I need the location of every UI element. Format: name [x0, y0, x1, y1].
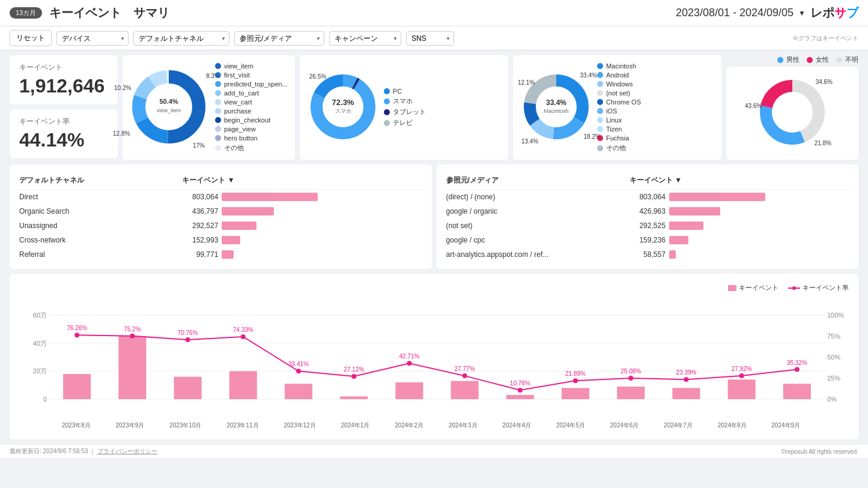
- channel-value: 99,771: [180, 247, 424, 262]
- sns-select[interactable]: SNS: [406, 31, 454, 46]
- bar-8: [506, 395, 534, 399]
- x-axis-label: 2024年7月: [664, 421, 693, 430]
- legend-female: 女性: [807, 55, 829, 64]
- channel-bar: [222, 207, 273, 215]
- channel-value: 436,797: [180, 204, 424, 218]
- svg-text:21.89%: 21.89%: [565, 370, 586, 377]
- legend-dot-windows: [597, 81, 603, 87]
- svg-text:75%: 75%: [827, 333, 840, 340]
- legend-first-visit: first_visit: [215, 71, 288, 79]
- donut4-label-218: 21.8%: [815, 140, 831, 146]
- table-row: (direct) / (none) 803,064: [444, 190, 852, 205]
- legend-not-set: (not set): [597, 89, 641, 97]
- line-dot-4: [296, 369, 301, 373]
- legend-add-cart: add_to_cart: [215, 89, 288, 97]
- legend-linux: Linux: [597, 116, 641, 124]
- donut1-card: 50.4% view_item 8.3% 10.2% 12.8% 17% vie…: [123, 55, 295, 160]
- legend-dot-android: [597, 72, 603, 78]
- x-axis-label: 2023年9月: [115, 421, 144, 430]
- svg-text:10.78%: 10.78%: [510, 380, 530, 387]
- kpi-rate-value: 44.14%: [19, 129, 108, 151]
- legend-purchase: purchase: [215, 107, 288, 115]
- donut1-chart: 50.4% view_item 8.3% 10.2% 12.8% 17%: [130, 68, 208, 148]
- page-title: キーイベント サマリ: [49, 5, 169, 21]
- bottom-chart-svg-container: 020万40万60万0%25%50%75%100%76.26%75.2%70.7…: [19, 297, 849, 430]
- device-select-wrap: デバイス: [56, 31, 129, 46]
- media-table: 参照元/メディア キーイベント ▼ (direct) / (none) 803,…: [444, 172, 852, 262]
- bar-11: [672, 388, 700, 399]
- svg-text:view_item: view_item: [157, 107, 181, 113]
- line-dot-13: [795, 367, 800, 372]
- x-axis-label: 2023年8月: [62, 421, 91, 430]
- donut3-label-182: 18.2%: [584, 133, 601, 140]
- table-row: google / organic 426,963: [444, 204, 852, 218]
- legend-dot-linux: [597, 117, 603, 123]
- svg-text:33.4%: 33.4%: [546, 98, 566, 107]
- svg-text:0%: 0%: [827, 396, 837, 403]
- legend-dot-begin-checkout: [215, 117, 221, 123]
- channel-select[interactable]: デフォルトチャネル: [133, 31, 229, 46]
- table-row: art-analytics.appspot.com / ref... 58,55…: [444, 247, 852, 262]
- header-right: 2023/08/01 - 2024/09/05 ▼ レポサブ: [676, 5, 858, 21]
- line-dot-0: [74, 333, 79, 337]
- donut1-label-8: 8.3%: [206, 73, 220, 79]
- media-bar: [669, 236, 688, 244]
- svg-text:50%: 50%: [827, 354, 840, 361]
- legend-chromeos: Chrome OS: [597, 98, 641, 106]
- legend-dot-view-item: [215, 63, 221, 69]
- legend-hero-button: hero button: [215, 134, 288, 142]
- media-name: (not set): [444, 218, 627, 233]
- svg-text:35.32%: 35.32%: [787, 360, 807, 366]
- svg-text:76.26%: 76.26%: [67, 325, 87, 331]
- donut1-label-12: 12.8%: [113, 130, 130, 137]
- donut2-card: 72.3% スマホ 26.5% PC スマホ タブレット: [300, 55, 508, 160]
- date-dropdown-icon[interactable]: ▼: [798, 9, 806, 17]
- legend-android: Android: [597, 71, 641, 79]
- legend-view-item: view_item: [215, 62, 288, 70]
- legend-dot-add-cart: [215, 90, 221, 96]
- privacy-link[interactable]: プライバシーポリシー: [97, 448, 157, 454]
- footer: 最終更新日: 2024/9/6 7:56:53 ｜ プライバシーポリシー ©re…: [0, 444, 868, 458]
- line-dot-11: [684, 377, 688, 382]
- svg-text:100%: 100%: [827, 312, 844, 319]
- refmedia-select[interactable]: 参照元/メディア: [234, 31, 324, 46]
- bar-0: [63, 374, 91, 399]
- svg-text:70.76%: 70.76%: [178, 330, 198, 336]
- x-axis-label: 2024年1月: [341, 421, 370, 430]
- bar-1: [118, 336, 146, 399]
- main-content: キーイベント 1,912,646 キーイベント率 44.14%: [0, 50, 868, 444]
- channel-bar: [222, 193, 318, 201]
- legend-tv: テレビ: [384, 118, 426, 127]
- x-axis-label: 2024年9月: [771, 421, 800, 430]
- sns-select-wrap: SNS: [406, 31, 454, 46]
- legend-os-other: その他: [597, 143, 641, 152]
- legend-windows: Windows: [597, 80, 641, 88]
- kpi-cards: キーイベント 1,912,646 キーイベント率 44.14%: [10, 55, 118, 160]
- legend-dot-hero-button: [215, 135, 221, 141]
- svg-text:0: 0: [43, 396, 47, 403]
- bar-5: [340, 396, 368, 399]
- donut3-label-134: 13.4%: [521, 138, 538, 145]
- line-dot-6: [407, 361, 411, 366]
- channel-bar: [222, 250, 233, 259]
- x-axis-label: 2023年11月: [226, 421, 258, 430]
- svg-text:33.41%: 33.41%: [288, 361, 309, 367]
- legend-dot-female: [807, 57, 813, 63]
- x-axis-label: 2023年10月: [169, 421, 201, 430]
- line-dot-5: [351, 374, 356, 379]
- reset-button[interactable]: リセット: [10, 30, 52, 46]
- svg-text:72.3%: 72.3%: [332, 98, 354, 107]
- top-row: キーイベント 1,912,646 キーイベント率 44.14%: [10, 55, 858, 160]
- campaign-select[interactable]: キャンペーン: [329, 31, 401, 46]
- table-row: Unassigned 292,527: [17, 218, 425, 233]
- legend-dot-male: [777, 57, 783, 63]
- device-select[interactable]: デバイス: [56, 31, 129, 46]
- line-dot-2: [186, 337, 190, 342]
- legend-dot-smartphone: [384, 98, 390, 104]
- channel-value: 292,527: [180, 218, 424, 233]
- bar-13: [783, 384, 811, 399]
- channel-value: 152,993: [180, 233, 424, 247]
- media-value: 292,525: [627, 218, 851, 233]
- line-dot-3: [241, 334, 246, 339]
- media-value: 159,236: [627, 233, 851, 247]
